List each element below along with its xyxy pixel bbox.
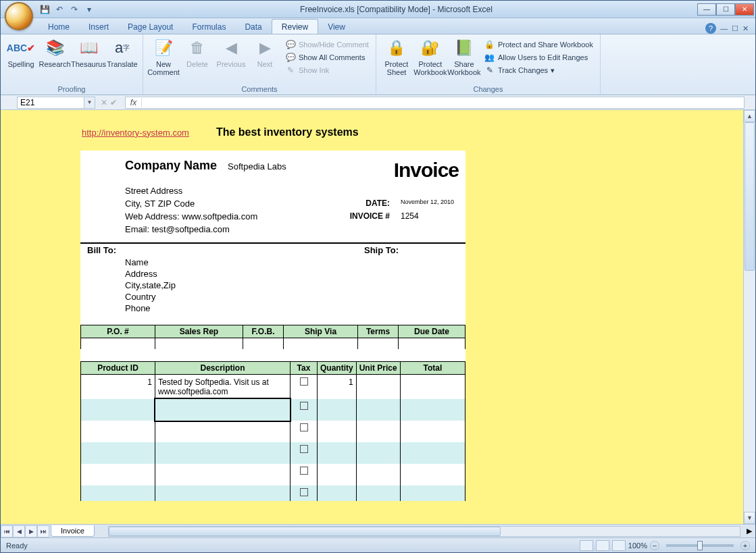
status-bar: Ready 100% − + [1,537,755,552]
spelling-button[interactable]: ABC✔ Spelling [5,36,37,68]
translate-icon: a字 [111,37,133,59]
checkbox-icon[interactable] [300,423,308,431]
show-all-comments-button[interactable]: 💬Show All Comments [282,51,372,63]
name-box-dropdown[interactable]: ▼ [84,97,95,109]
translate-button[interactable]: a字 Translate [106,36,138,68]
doc-minimize-icon[interactable]: — [720,24,728,32]
prod-total-cell[interactable] [400,374,465,399]
undo-icon[interactable]: ↶ [53,3,66,16]
doc-close-icon[interactable]: ✕ [742,24,749,33]
ribbon-tabs: Home Insert Page Layout Formulas Data Re… [1,18,755,34]
hscroll-thumb[interactable] [109,527,501,536]
help-icon[interactable]: ? [705,23,716,34]
sheet-next-icon[interactable]: ▶ [25,525,37,537]
worksheet-area[interactable]: http://inventory-system.com The best inv… [1,110,755,524]
show-ink-button[interactable]: ✎Show Ink [282,64,372,76]
name-box[interactable]: E21 [17,97,84,109]
scroll-up-icon[interactable]: ▲ [744,110,755,122]
zoom-slider[interactable] [666,544,734,547]
tab-view[interactable]: View [318,20,355,34]
sheet-prev-icon[interactable]: ◀ [13,525,25,537]
track-changes-button[interactable]: ✎Track Changes ▾ [482,64,596,76]
page-layout-view-button[interactable] [596,540,609,551]
checkbox-icon[interactable] [300,402,308,410]
zoom-out-button[interactable]: − [650,541,659,550]
show-hide-comment-button[interactable]: 💬Show/Hide Comment [282,38,372,51]
horizontal-scrollbar[interactable] [108,526,740,537]
table-row[interactable]: 1 Tested by Softpedia. Visit us at www.s… [81,374,465,399]
share-workbook-button[interactable]: 📗 Share Workbook [448,36,480,76]
maximize-button[interactable]: ☐ [716,3,735,16]
minimize-button[interactable]: — [697,3,716,16]
checkbox-icon[interactable] [300,467,308,475]
bill-name: Name [125,257,459,268]
formula-input[interactable]: fx [125,97,745,109]
prod-tax-cell[interactable] [291,374,318,399]
normal-view-button[interactable] [580,540,593,551]
checkbox-icon[interactable] [300,377,308,386]
save-icon[interactable]: 💾 [39,3,51,16]
vertical-scrollbar[interactable]: ▲ ▼ [743,110,755,524]
delete-comment-icon: 🗑 [186,37,208,59]
worksheet-grid[interactable]: http://inventory-system.com The best inv… [1,110,743,524]
new-comment-icon: 📝 [153,37,174,59]
zoom-slider-knob[interactable] [697,541,703,550]
fx-icon[interactable]: fx [126,98,142,107]
zoom-in-button[interactable]: + [740,541,750,550]
research-button[interactable]: 📚 Research [39,36,71,68]
checkbox-icon[interactable] [300,488,308,496]
table-row[interactable] [81,421,465,442]
inventory-link[interactable]: http://inventory-system.com [82,128,189,138]
group-changes: 🔒 Protect Sheet 🔐 Protect Workbook 📗 Sha… [376,34,601,95]
sheet-tab-invoice[interactable]: Invoice [51,525,95,537]
close-button[interactable]: ✕ [735,3,754,16]
table-row[interactable] [81,485,465,501]
scroll-track[interactable] [744,122,755,512]
protect-workbook-button[interactable]: 🔐 Protect Workbook [414,36,447,76]
tab-insert[interactable]: Insert [79,20,118,34]
prod-qty-cell[interactable]: 1 [318,374,357,399]
protect-sheet-button[interactable]: 🔒 Protect Sheet [380,36,413,76]
bill-country: Country [125,291,459,302]
invno-value: 1254 [401,211,455,221]
scroll-down-icon[interactable]: ▼ [744,512,755,524]
table-row[interactable] [81,464,465,485]
excel-window: 💾 ↶ ↷ ▾ FreeInvoice.xls [Compatibility M… [0,0,756,553]
tab-page-layout[interactable]: Page Layout [118,20,182,34]
qty-header: Quantity [318,361,357,374]
prod-price-cell[interactable] [356,374,400,399]
office-button[interactable] [5,2,33,30]
quick-access-toolbar: 💾 ↶ ↷ ▾ [39,3,95,16]
checkbox-icon[interactable] [300,445,308,453]
thesaurus-button[interactable]: 📖 Thesaurus [72,36,105,68]
redo-icon[interactable]: ↷ [68,3,80,16]
protect-share-button[interactable]: 🔒Protect and Share Workbook [482,38,596,51]
group-changes-label: Changes [380,84,596,95]
page-break-view-button[interactable] [612,540,626,551]
tab-data[interactable]: Data [235,20,271,34]
prod-id-cell[interactable]: 1 [81,374,155,399]
bill-to-block: Name Address City,state,Zip Country Phon… [80,257,465,318]
allow-users-icon: 👥 [484,52,495,63]
tab-formulas[interactable]: Formulas [182,20,235,34]
invno-label: INVOICE # [350,211,390,221]
hscroll-right-icon[interactable]: ▶ [743,527,755,535]
qat-dropdown-icon[interactable]: ▾ [83,3,95,16]
doc-restore-icon[interactable]: ☐ [732,24,738,33]
sheet-first-icon[interactable]: ⏮ [1,525,13,537]
new-comment-button[interactable]: 📝 New Comment [147,36,180,76]
tab-review[interactable]: Review [272,19,318,34]
show-all-comments-icon: 💬 [285,52,296,63]
table-row[interactable] [81,442,465,464]
group-comments: 📝 New Comment 🗑 Delete ◀ Previous ▶ Next… [143,34,376,95]
ribbon: ABC✔ Spelling 📚 Research 📖 Thesaurus a字 … [1,34,755,95]
zoom-level[interactable]: 100% [628,542,647,550]
tab-home[interactable]: Home [39,20,79,34]
allow-users-button[interactable]: 👥Allow Users to Edit Ranges [482,51,596,63]
scroll-thumb[interactable] [745,122,755,271]
table-row[interactable] [81,399,465,421]
sheet-last-icon[interactable]: ⏭ [37,525,49,537]
bill-phone: Phone [125,302,459,314]
prod-desc-cell[interactable]: Tested by Softpedia. Visit us at www.sof… [155,374,291,399]
po-row[interactable] [81,338,465,349]
